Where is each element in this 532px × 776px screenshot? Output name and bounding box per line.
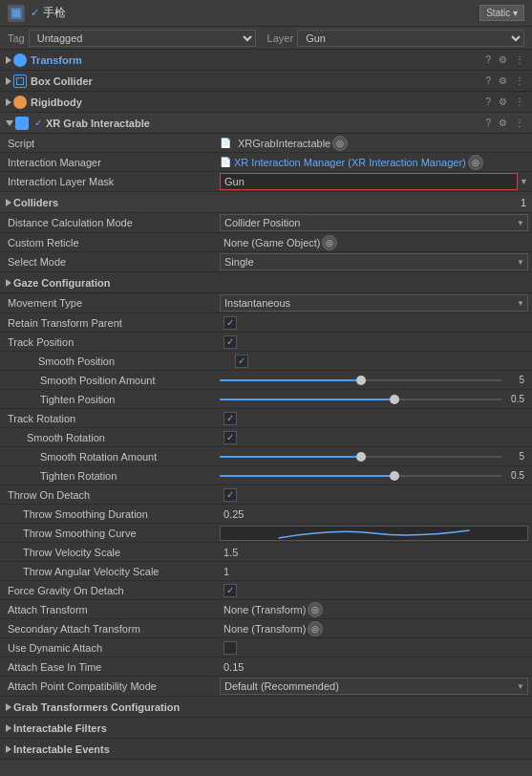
throw-velocity-scale-value: 1.5	[220, 547, 238, 558]
throw-on-detach-value-col	[220, 488, 532, 502]
throw-smoothing-duration-value: 0.25	[220, 508, 244, 520]
rigidbody-help-icon[interactable]: ?	[483, 97, 493, 107]
force-gravity-checkbox[interactable]	[223, 584, 237, 597]
tag-layer-row: Tag Untagged Layer Gun	[0, 27, 532, 50]
box-collider-title: Box Collider	[31, 75, 483, 87]
throw-smoothing-duration-row: Throw Smoothing Duration 0.25	[0, 505, 532, 524]
gaze-config-header[interactable]: Gaze Configuration	[0, 272, 532, 293]
select-mode-dropdown[interactable]: Single	[220, 253, 528, 270]
xr-grab-check[interactable]: ✓	[32, 118, 44, 128]
use-dynamic-checkbox[interactable]	[223, 641, 237, 655]
attach-compat-dropdown[interactable]: Default (Recommended)	[220, 678, 528, 695]
throw-on-detach-checkbox[interactable]	[223, 488, 237, 502]
select-mode-dropdown-wrapper[interactable]: Single	[220, 253, 528, 270]
use-dynamic-row: Use Dynamic Attach	[0, 638, 532, 657]
distance-calc-value-col: Collider Position	[220, 214, 532, 231]
manager-target-icon[interactable]: ◎	[468, 155, 483, 170]
attach-transform-value-col: None (Transform) ◎	[220, 602, 532, 617]
rigidbody-dots-icon[interactable]: ⋮	[513, 97, 526, 107]
attach-ease-value-col: 0.15	[220, 661, 532, 673]
interaction-layer-row: Interaction Layer Mask ▼	[0, 172, 532, 192]
layer-select[interactable]: Gun	[297, 30, 524, 47]
xr-grab-title: XR Grab Interactable	[46, 118, 483, 129]
xr-grab-section-header[interactable]: ✓ XR Grab Interactable ? ⚙ ⋮	[0, 113, 532, 134]
rigidbody-title: Rigidbody	[31, 97, 483, 108]
throw-smoothing-curve-value-col[interactable]	[220, 526, 532, 541]
curve-editor[interactable]	[220, 526, 528, 541]
transform-dots-icon[interactable]: ⋮	[513, 54, 526, 65]
box-collider-actions: ? ⚙ ⋮	[483, 75, 526, 86]
smooth-pos-value: 5	[505, 375, 524, 385]
tighten-pos-value-col: 0.5	[220, 394, 532, 404]
smooth-rot-amount-value-col: 5	[220, 451, 532, 462]
interaction-layer-value-col[interactable]: ▼	[220, 173, 532, 190]
transform-settings-icon[interactable]: ⚙	[497, 54, 509, 65]
xr-grab-dots-icon[interactable]: ⋮	[513, 118, 526, 128]
rigidbody-actions: ? ⚙ ⋮	[483, 97, 526, 107]
colliders-header[interactable]: Colliders 1	[0, 192, 532, 213]
force-gravity-row: Force Gravity On Detach	[0, 581, 532, 600]
smooth-pos-amount-row: Smooth Position Amount 5	[0, 371, 532, 390]
movement-type-dropdown-wrapper[interactable]: Instantaneous	[220, 294, 528, 312]
smooth-rot-thumb[interactable]	[356, 452, 366, 462]
distance-calc-dropdown-wrapper[interactable]: Collider Position	[220, 214, 528, 231]
interaction-manager-label-col: Interaction Manager	[0, 157, 220, 168]
tighten-pos-thumb[interactable]	[390, 395, 399, 404]
attach-ease-value: 0.15	[220, 661, 244, 673]
box-collider-section-header[interactable]: Box Collider ? ⚙ ⋮	[0, 71, 532, 92]
rigidbody-settings-icon[interactable]: ⚙	[497, 97, 509, 107]
xr-grab-help-icon[interactable]: ?	[483, 118, 493, 128]
tighten-rot-slider[interactable]: 0.5	[220, 470, 528, 481]
rigidbody-collapse-icon	[6, 98, 11, 106]
attach-compat-dropdown-wrapper[interactable]: Default (Recommended)	[220, 678, 528, 695]
interactable-filters-header[interactable]: Interactable Filters	[0, 718, 532, 739]
custom-reticle-target-icon[interactable]: ◎	[322, 235, 337, 250]
smooth-pos-slider[interactable]: 5	[220, 375, 528, 385]
transform-section-header[interactable]: Transform ? ⚙ ⋮	[0, 50, 532, 71]
tag-select[interactable]: Untagged	[29, 30, 256, 47]
transform-help-icon[interactable]: ?	[483, 54, 493, 65]
track-position-checkbox[interactable]	[223, 335, 237, 349]
smooth-rot-slider[interactable]: 5	[220, 451, 528, 462]
box-collider-dots-icon[interactable]: ⋮	[513, 75, 526, 86]
script-target-icon[interactable]: ◎	[332, 136, 348, 151]
throw-smoothing-duration-label-col: Throw Smoothing Duration	[0, 508, 220, 520]
smooth-rotation-checkbox[interactable]	[223, 431, 237, 444]
grab-transformers-header[interactable]: Grab Transformers Configuration	[0, 697, 532, 718]
smooth-pos-thumb[interactable]	[356, 376, 366, 385]
interaction-layer-input[interactable]	[220, 173, 518, 190]
attach-transform-value: None (Transform)	[220, 604, 306, 615]
rigidbody-section-header[interactable]: Rigidbody ? ⚙ ⋮	[0, 92, 532, 113]
throw-on-detach-row: Throw On Detach	[0, 485, 532, 505]
script-page-icon: 📄	[220, 138, 231, 148]
secondary-attach-target-icon[interactable]: ◎	[308, 621, 323, 636]
attach-transform-target-icon[interactable]: ◎	[308, 602, 323, 617]
attach-compat-label-col: Attach Point Compatibility Mode	[0, 680, 220, 692]
interaction-manager-value: XR Interaction Manager (XR Interaction M…	[234, 157, 466, 168]
tighten-pos-value: 0.5	[505, 394, 524, 404]
select-mode-row: Select Mode Single	[0, 252, 532, 272]
box-collider-settings-icon[interactable]: ⚙	[497, 75, 509, 86]
xr-grab-settings-icon[interactable]: ⚙	[497, 118, 509, 128]
box-collider-help-icon[interactable]: ?	[483, 75, 493, 86]
custom-reticle-row: Custom Reticle None (Game Object) ◎	[0, 233, 532, 252]
track-rotation-row: Track Rotation	[0, 409, 532, 428]
static-badge[interactable]: Static ▾	[479, 5, 524, 21]
smooth-pos-track	[220, 379, 501, 381]
header: ✓ 手枪 Static ▾	[0, 0, 532, 27]
tighten-pos-slider[interactable]: 0.5	[220, 394, 528, 404]
layer-label: Layer	[267, 32, 294, 44]
tighten-rot-thumb[interactable]	[390, 471, 399, 481]
distance-calc-dropdown[interactable]: Collider Position	[220, 214, 528, 231]
retain-parent-row: Retain Transform Parent	[0, 313, 532, 333]
smooth-position-checkbox[interactable]	[235, 355, 248, 368]
track-position-value-col	[220, 335, 532, 349]
movement-type-dropdown[interactable]: Instantaneous	[220, 294, 528, 312]
active-checkbox[interactable]: ✓	[31, 7, 39, 19]
throw-angular-label-col: Throw Angular Velocity Scale	[0, 566, 220, 577]
xr-grab-collapse-icon	[6, 120, 13, 126]
script-value-col: 📄 XRGrabInteractable ◎	[220, 136, 532, 151]
interactable-events-header[interactable]: Interactable Events	[0, 739, 532, 760]
track-rotation-checkbox[interactable]	[223, 412, 237, 425]
retain-parent-checkbox[interactable]	[223, 316, 237, 330]
